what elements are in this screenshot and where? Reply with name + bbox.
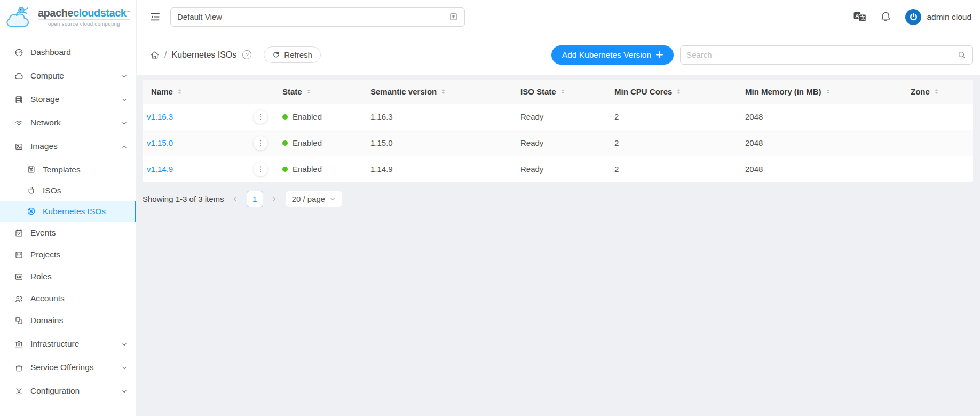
column-header-zone[interactable]: Zone: [902, 80, 973, 104]
column-header-name[interactable]: Name: [143, 80, 274, 104]
more-actions-button[interactable]: [254, 162, 267, 176]
sidebar-item-templates[interactable]: Templates: [0, 159, 136, 180]
sidebar-item-kubernetes-isos[interactable]: Kubernetes ISOs: [0, 201, 136, 222]
page-header: / Kubernetes ISOs ? Refresh Add Kubernet…: [137, 34, 980, 75]
sidebar-item-domains[interactable]: Domains: [0, 310, 136, 331]
search-input[interactable]: [686, 50, 958, 59]
sort-icon: [934, 88, 939, 96]
semantic-version-value: 1.16.3: [362, 104, 512, 130]
sidebar-item-accounts[interactable]: Accounts: [0, 288, 136, 309]
page-header-actions: Add Kubernetes Version: [551, 45, 973, 65]
sidebar-item-events[interactable]: Events: [0, 222, 136, 244]
sidebar-item-storage[interactable]: Storage: [0, 89, 136, 110]
chevron-down-icon: [121, 96, 128, 105]
search-icon[interactable]: [958, 51, 966, 59]
wifi-icon: [14, 119, 23, 128]
min-memory-value: 2048: [737, 130, 902, 156]
more-actions-button[interactable]: [254, 110, 267, 124]
notifications-button[interactable]: [880, 11, 891, 22]
state-value: Enabled: [293, 112, 322, 121]
project-view-value: Default View: [177, 12, 222, 21]
menu-fold-icon: [150, 12, 160, 22]
table-row: v1.16.3 Enabled 1.16.3 Ready 2 2048: [143, 104, 973, 130]
sidebar-item-isos[interactable]: ISOs: [0, 180, 136, 201]
project-icon: [14, 250, 23, 260]
next-page-button[interactable]: [268, 191, 281, 207]
chevron-left-icon: [232, 196, 238, 202]
previous-page-button[interactable]: [229, 191, 242, 207]
column-header-min-cpu[interactable]: Min CPU Cores: [606, 80, 737, 104]
caret-down-icon: [330, 196, 336, 202]
sidebar-item-network[interactable]: Network: [0, 112, 136, 134]
column-header-iso-state[interactable]: ISO State: [512, 80, 606, 104]
idcard-icon: [14, 272, 23, 281]
save-icon: [27, 165, 36, 174]
sort-icon: [440, 88, 446, 96]
pagination-summary: Showing 1-3 of 3 items: [143, 194, 224, 203]
page-size-select[interactable]: 20 / page: [286, 191, 343, 207]
state-value: Enabled: [293, 138, 322, 147]
iso-state-value: Ready: [512, 130, 606, 156]
version-link[interactable]: v1.16.3: [147, 112, 173, 121]
page-number-button[interactable]: 1: [247, 191, 263, 207]
column-header-state[interactable]: State: [274, 80, 362, 104]
min-memory-value: 2048: [737, 104, 902, 130]
sort-icon: [177, 88, 183, 96]
bank-icon: [14, 340, 23, 349]
column-header-min-memory[interactable]: Min Memory (in MB): [737, 80, 902, 104]
min-cpu-value: 2: [606, 156, 737, 182]
app-root: apachecloudstack™ open source cloud comp…: [0, 0, 980, 416]
chevron-down-icon: [121, 364, 128, 373]
power-logo-icon: [908, 12, 919, 22]
refresh-button[interactable]: Refresh: [264, 46, 321, 63]
semantic-version-value: 1.14.9: [362, 156, 512, 182]
version-link[interactable]: v1.15.0: [147, 138, 173, 147]
ellipsis-vertical-icon: [257, 113, 264, 121]
sidebar-item-roles[interactable]: Roles: [0, 266, 136, 287]
chevron-right-icon: [271, 196, 277, 202]
iso-state-value: Ready: [512, 156, 606, 182]
version-link[interactable]: v1.14.9: [147, 164, 173, 174]
sort-icon: [560, 88, 566, 96]
min-cpu-value: 2: [606, 130, 737, 156]
svg-text:A: A: [856, 13, 859, 19]
sidebar-item-infrastructure[interactable]: Infrastructure: [0, 333, 136, 355]
brand-text: apachecloudstack™ open source cloud comp…: [38, 7, 130, 27]
zone-value: [902, 104, 973, 130]
kubernetes-icon: [27, 207, 36, 216]
block-icon: [14, 316, 23, 325]
status-dot-enabled: [282, 140, 288, 146]
table-row: v1.15.0 Enabled 1.15.0 Ready 2 2048: [143, 130, 973, 156]
sidebar-collapse-button[interactable]: [150, 11, 162, 23]
help-icon[interactable]: ?: [242, 50, 251, 59]
translate-button[interactable]: A: [853, 11, 866, 22]
ellipsis-vertical-icon: [257, 139, 264, 147]
user-menu[interactable]: admin cloud: [905, 9, 971, 25]
zone-value: [902, 156, 973, 182]
sidebar-item-configuration[interactable]: Configuration: [0, 380, 136, 402]
project-view-select[interactable]: Default View: [170, 7, 465, 27]
sidebar-item-compute[interactable]: Compute: [0, 65, 136, 87]
sort-icon: [825, 88, 831, 96]
column-header-semantic-version[interactable]: Semantic version: [362, 80, 512, 104]
dashboard-icon: [14, 48, 23, 57]
search-box: [680, 45, 973, 65]
sidebar-item-service-offerings[interactable]: Service Offerings: [0, 357, 136, 378]
chevron-down-icon: [121, 387, 128, 396]
add-kubernetes-version-button[interactable]: Add Kubernetes Version: [551, 45, 674, 65]
sidebar-item-images[interactable]: Images: [0, 136, 136, 157]
more-actions-button[interactable]: [254, 136, 267, 150]
calendar-check-icon: [14, 229, 23, 238]
shopping-bag-icon: [14, 363, 23, 372]
picture-icon: [14, 142, 23, 151]
plus-icon: [656, 51, 663, 58]
zone-value: [902, 130, 973, 156]
sidebar-item-projects[interactable]: Projects: [0, 244, 136, 265]
user-avatar: [905, 9, 921, 25]
sidebar-item-dashboard[interactable]: Dashboard: [0, 42, 136, 63]
home-icon[interactable]: [150, 50, 160, 60]
semantic-version-value: 1.15.0: [362, 130, 512, 156]
refresh-label: Refresh: [284, 50, 312, 59]
pagination: Showing 1-3 of 3 items 1 20 / page: [143, 191, 973, 207]
brand-logo[interactable]: apachecloudstack™ open source cloud comp…: [0, 0, 136, 34]
